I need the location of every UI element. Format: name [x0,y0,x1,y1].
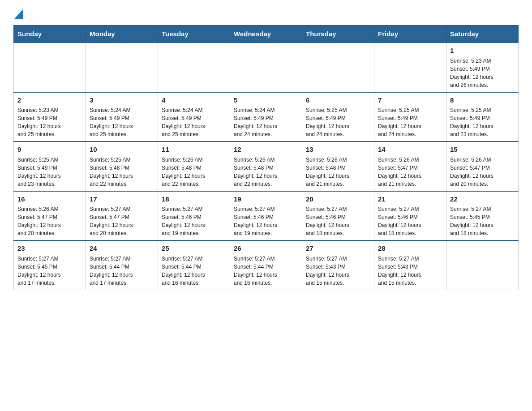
day-info: Sunrise: 5:26 AM Sunset: 5:47 PM Dayligh… [17,205,82,237]
day-info: Sunrise: 5:27 AM Sunset: 5:44 PM Dayligh… [234,255,298,287]
calendar-cell: 16Sunrise: 5:26 AM Sunset: 5:47 PM Dayli… [14,191,86,241]
day-number: 6 [306,95,370,106]
calendar-cell: 14Sunrise: 5:26 AM Sunset: 5:47 PM Dayli… [374,141,446,191]
calendar-week-row: 2Sunrise: 5:23 AM Sunset: 5:49 PM Daylig… [14,92,519,142]
day-info: Sunrise: 5:24 AM Sunset: 5:49 PM Dayligh… [234,106,298,138]
day-info: Sunrise: 5:25 AM Sunset: 5:49 PM Dayligh… [306,106,370,138]
day-number: 12 [234,145,298,155]
day-info: Sunrise: 5:24 AM Sunset: 5:49 PM Dayligh… [90,106,154,138]
day-number: 27 [306,244,370,254]
day-info: Sunrise: 5:26 AM Sunset: 5:47 PM Dayligh… [378,156,442,188]
day-info: Sunrise: 5:23 AM Sunset: 5:49 PM Dayligh… [17,106,82,138]
day-number: 18 [162,194,226,205]
calendar-cell [446,240,519,290]
weekday-header-monday: Monday [86,26,158,43]
logo [13,9,23,16]
calendar-cell: 7Sunrise: 5:25 AM Sunset: 5:49 PM Daylig… [374,92,446,142]
logo-triangle-icon [14,9,23,19]
calendar-cell: 6Sunrise: 5:25 AM Sunset: 5:49 PM Daylig… [302,92,374,142]
calendar-week-row: 23Sunrise: 5:27 AM Sunset: 5:45 PM Dayli… [14,240,519,290]
day-info: Sunrise: 5:25 AM Sunset: 5:48 PM Dayligh… [90,156,154,188]
calendar-cell: 17Sunrise: 5:27 AM Sunset: 5:47 PM Dayli… [86,191,158,241]
calendar-cell: 4Sunrise: 5:24 AM Sunset: 5:49 PM Daylig… [158,92,230,142]
calendar-cell [374,43,446,92]
day-number: 21 [378,194,442,205]
calendar-cell: 8Sunrise: 5:25 AM Sunset: 5:49 PM Daylig… [446,92,519,142]
day-info: Sunrise: 5:27 AM Sunset: 5:44 PM Dayligh… [162,255,226,287]
calendar-cell: 19Sunrise: 5:27 AM Sunset: 5:46 PM Dayli… [230,191,302,241]
day-number: 8 [450,95,515,106]
calendar-cell: 13Sunrise: 5:26 AM Sunset: 5:48 PM Dayli… [302,141,374,191]
day-info: Sunrise: 5:27 AM Sunset: 5:46 PM Dayligh… [162,205,226,237]
calendar-cell: 28Sunrise: 5:27 AM Sunset: 5:43 PM Dayli… [374,240,446,290]
day-number: 11 [162,145,226,155]
weekday-header-row: SundayMondayTuesdayWednesdayThursdayFrid… [14,26,519,43]
day-info: Sunrise: 5:27 AM Sunset: 5:43 PM Dayligh… [306,255,370,287]
calendar-cell: 11Sunrise: 5:26 AM Sunset: 5:48 PM Dayli… [158,141,230,191]
day-number: 10 [90,145,154,155]
weekday-header-wednesday: Wednesday [230,26,302,43]
calendar-cell: 12Sunrise: 5:26 AM Sunset: 5:48 PM Dayli… [230,141,302,191]
day-number: 28 [378,244,442,254]
day-info: Sunrise: 5:25 AM Sunset: 5:49 PM Dayligh… [450,106,515,138]
calendar-cell: 26Sunrise: 5:27 AM Sunset: 5:44 PM Dayli… [230,240,302,290]
day-info: Sunrise: 5:27 AM Sunset: 5:45 PM Dayligh… [17,255,82,287]
day-number: 17 [90,194,154,205]
day-info: Sunrise: 5:27 AM Sunset: 5:43 PM Dayligh… [378,255,442,287]
day-info: Sunrise: 5:26 AM Sunset: 5:47 PM Dayligh… [450,156,515,188]
day-info: Sunrise: 5:27 AM Sunset: 5:45 PM Dayligh… [450,205,515,237]
day-info: Sunrise: 5:23 AM Sunset: 5:49 PM Dayligh… [450,57,515,89]
day-number: 9 [17,145,82,155]
page-header [13,9,519,16]
day-info: Sunrise: 5:26 AM Sunset: 5:48 PM Dayligh… [306,156,370,188]
day-number: 20 [306,194,370,205]
calendar-cell: 9Sunrise: 5:25 AM Sunset: 5:49 PM Daylig… [14,141,86,191]
calendar-week-row: 16Sunrise: 5:26 AM Sunset: 5:47 PM Dayli… [14,191,519,241]
day-number: 22 [450,194,515,205]
day-number: 24 [90,244,154,254]
day-number: 5 [234,95,298,106]
calendar-cell: 22Sunrise: 5:27 AM Sunset: 5:45 PM Dayli… [446,191,519,241]
day-number: 15 [450,145,515,155]
calendar-cell: 25Sunrise: 5:27 AM Sunset: 5:44 PM Dayli… [158,240,230,290]
weekday-header-sunday: Sunday [14,26,86,43]
calendar-cell [230,43,302,92]
day-number: 3 [90,95,154,106]
day-info: Sunrise: 5:24 AM Sunset: 5:49 PM Dayligh… [162,106,226,138]
calendar-cell: 24Sunrise: 5:27 AM Sunset: 5:44 PM Dayli… [86,240,158,290]
day-info: Sunrise: 5:27 AM Sunset: 5:44 PM Dayligh… [90,255,154,287]
day-number: 26 [234,244,298,254]
calendar-cell: 3Sunrise: 5:24 AM Sunset: 5:49 PM Daylig… [86,92,158,142]
calendar-cell: 5Sunrise: 5:24 AM Sunset: 5:49 PM Daylig… [230,92,302,142]
calendar-cell: 1Sunrise: 5:23 AM Sunset: 5:49 PM Daylig… [446,43,519,92]
calendar-cell: 10Sunrise: 5:25 AM Sunset: 5:48 PM Dayli… [86,141,158,191]
weekday-header-saturday: Saturday [446,26,519,43]
calendar-cell [302,43,374,92]
day-number: 14 [378,145,442,155]
day-number: 1 [450,46,515,56]
calendar-cell: 15Sunrise: 5:26 AM Sunset: 5:47 PM Dayli… [446,141,519,191]
calendar-cell: 27Sunrise: 5:27 AM Sunset: 5:43 PM Dayli… [302,240,374,290]
day-info: Sunrise: 5:26 AM Sunset: 5:48 PM Dayligh… [162,156,226,188]
day-number: 25 [162,244,226,254]
day-info: Sunrise: 5:27 AM Sunset: 5:46 PM Dayligh… [306,205,370,237]
day-number: 2 [17,95,82,106]
calendar-cell: 18Sunrise: 5:27 AM Sunset: 5:46 PM Dayli… [158,191,230,241]
weekday-header-thursday: Thursday [302,26,374,43]
calendar-cell: 23Sunrise: 5:27 AM Sunset: 5:45 PM Dayli… [14,240,86,290]
calendar-cell [158,43,230,92]
day-number: 7 [378,95,442,106]
svg-marker-0 [14,9,23,19]
calendar-cell: 2Sunrise: 5:23 AM Sunset: 5:49 PM Daylig… [14,92,86,142]
day-number: 4 [162,95,226,106]
day-number: 23 [17,244,82,254]
calendar-week-row: 1Sunrise: 5:23 AM Sunset: 5:49 PM Daylig… [14,43,519,92]
weekday-header-tuesday: Tuesday [158,26,230,43]
day-info: Sunrise: 5:27 AM Sunset: 5:46 PM Dayligh… [234,205,298,237]
calendar-week-row: 9Sunrise: 5:25 AM Sunset: 5:49 PM Daylig… [14,141,519,191]
day-info: Sunrise: 5:27 AM Sunset: 5:46 PM Dayligh… [378,205,442,237]
calendar-cell: 21Sunrise: 5:27 AM Sunset: 5:46 PM Dayli… [374,191,446,241]
calendar-cell [14,43,86,92]
calendar-cell [86,43,158,92]
day-number: 16 [17,194,82,205]
